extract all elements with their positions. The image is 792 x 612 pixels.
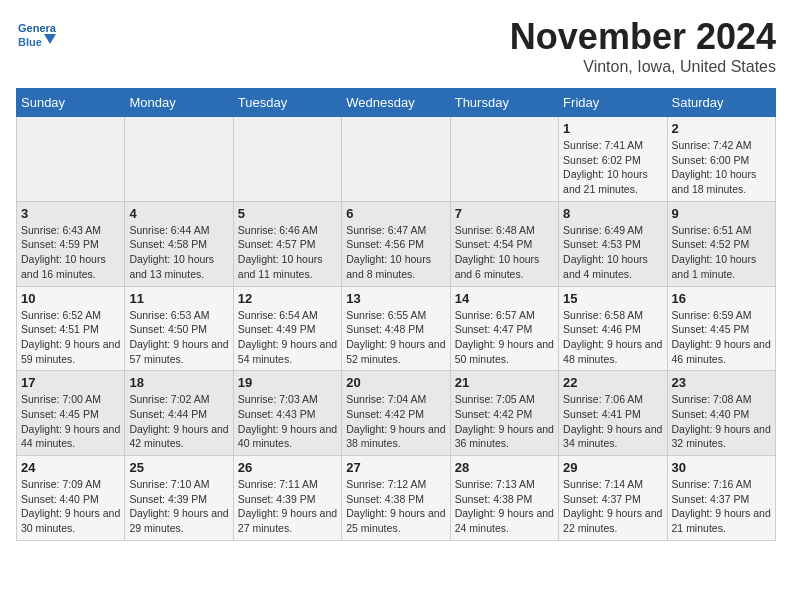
day-info: Sunrise: 6:52 AM Sunset: 4:51 PM Dayligh… (21, 308, 120, 367)
day-number: 6 (346, 206, 445, 221)
day-number: 19 (238, 375, 337, 390)
day-info: Sunrise: 6:44 AM Sunset: 4:58 PM Dayligh… (129, 223, 228, 282)
svg-text:General: General (18, 22, 56, 34)
location-title: Vinton, Iowa, United States (510, 58, 776, 76)
day-number: 22 (563, 375, 662, 390)
day-number: 29 (563, 460, 662, 475)
day-info: Sunrise: 7:14 AM Sunset: 4:37 PM Dayligh… (563, 477, 662, 536)
day-number: 15 (563, 291, 662, 306)
day-number: 21 (455, 375, 554, 390)
day-cell: 9Sunrise: 6:51 AM Sunset: 4:52 PM Daylig… (667, 201, 775, 286)
day-info: Sunrise: 7:03 AM Sunset: 4:43 PM Dayligh… (238, 392, 337, 451)
day-number: 9 (672, 206, 771, 221)
day-header-sunday: Sunday (17, 89, 125, 117)
day-header-thursday: Thursday (450, 89, 558, 117)
day-number: 28 (455, 460, 554, 475)
week-row-2: 3Sunrise: 6:43 AM Sunset: 4:59 PM Daylig… (17, 201, 776, 286)
day-info: Sunrise: 7:11 AM Sunset: 4:39 PM Dayligh… (238, 477, 337, 536)
day-cell: 29Sunrise: 7:14 AM Sunset: 4:37 PM Dayli… (559, 456, 667, 541)
day-cell: 26Sunrise: 7:11 AM Sunset: 4:39 PM Dayli… (233, 456, 341, 541)
day-number: 5 (238, 206, 337, 221)
day-cell: 17Sunrise: 7:00 AM Sunset: 4:45 PM Dayli… (17, 371, 125, 456)
day-number: 23 (672, 375, 771, 390)
day-number: 20 (346, 375, 445, 390)
day-number: 8 (563, 206, 662, 221)
day-cell (450, 117, 558, 202)
day-info: Sunrise: 6:49 AM Sunset: 4:53 PM Dayligh… (563, 223, 662, 282)
day-cell: 15Sunrise: 6:58 AM Sunset: 4:46 PM Dayli… (559, 286, 667, 371)
day-info: Sunrise: 7:04 AM Sunset: 4:42 PM Dayligh… (346, 392, 445, 451)
day-info: Sunrise: 7:12 AM Sunset: 4:38 PM Dayligh… (346, 477, 445, 536)
day-cell (17, 117, 125, 202)
day-info: Sunrise: 6:51 AM Sunset: 4:52 PM Dayligh… (672, 223, 771, 282)
day-cell: 20Sunrise: 7:04 AM Sunset: 4:42 PM Dayli… (342, 371, 450, 456)
day-info: Sunrise: 7:05 AM Sunset: 4:42 PM Dayligh… (455, 392, 554, 451)
logo-icon: General Blue (16, 16, 56, 56)
day-cell: 19Sunrise: 7:03 AM Sunset: 4:43 PM Dayli… (233, 371, 341, 456)
day-header-wednesday: Wednesday (342, 89, 450, 117)
day-info: Sunrise: 6:46 AM Sunset: 4:57 PM Dayligh… (238, 223, 337, 282)
day-cell: 30Sunrise: 7:16 AM Sunset: 4:37 PM Dayli… (667, 456, 775, 541)
day-info: Sunrise: 7:41 AM Sunset: 6:02 PM Dayligh… (563, 138, 662, 197)
week-row-4: 17Sunrise: 7:00 AM Sunset: 4:45 PM Dayli… (17, 371, 776, 456)
day-number: 16 (672, 291, 771, 306)
day-number: 24 (21, 460, 120, 475)
day-number: 14 (455, 291, 554, 306)
day-number: 4 (129, 206, 228, 221)
day-info: Sunrise: 7:10 AM Sunset: 4:39 PM Dayligh… (129, 477, 228, 536)
day-number: 25 (129, 460, 228, 475)
day-number: 1 (563, 121, 662, 136)
week-row-5: 24Sunrise: 7:09 AM Sunset: 4:40 PM Dayli… (17, 456, 776, 541)
day-number: 27 (346, 460, 445, 475)
day-cell: 16Sunrise: 6:59 AM Sunset: 4:45 PM Dayli… (667, 286, 775, 371)
day-cell: 1Sunrise: 7:41 AM Sunset: 6:02 PM Daylig… (559, 117, 667, 202)
day-number: 26 (238, 460, 337, 475)
day-number: 7 (455, 206, 554, 221)
day-cell: 7Sunrise: 6:48 AM Sunset: 4:54 PM Daylig… (450, 201, 558, 286)
day-cell (342, 117, 450, 202)
calendar-table: SundayMondayTuesdayWednesdayThursdayFrid… (16, 88, 776, 541)
day-info: Sunrise: 6:48 AM Sunset: 4:54 PM Dayligh… (455, 223, 554, 282)
day-cell: 6Sunrise: 6:47 AM Sunset: 4:56 PM Daylig… (342, 201, 450, 286)
day-cell: 12Sunrise: 6:54 AM Sunset: 4:49 PM Dayli… (233, 286, 341, 371)
day-cell: 25Sunrise: 7:10 AM Sunset: 4:39 PM Dayli… (125, 456, 233, 541)
day-info: Sunrise: 7:02 AM Sunset: 4:44 PM Dayligh… (129, 392, 228, 451)
logo: General Blue (16, 16, 60, 56)
day-number: 18 (129, 375, 228, 390)
day-info: Sunrise: 6:53 AM Sunset: 4:50 PM Dayligh… (129, 308, 228, 367)
day-header-saturday: Saturday (667, 89, 775, 117)
day-cell: 4Sunrise: 6:44 AM Sunset: 4:58 PM Daylig… (125, 201, 233, 286)
day-info: Sunrise: 6:47 AM Sunset: 4:56 PM Dayligh… (346, 223, 445, 282)
title-area: November 2024 Vinton, Iowa, United State… (510, 16, 776, 76)
day-cell: 28Sunrise: 7:13 AM Sunset: 4:38 PM Dayli… (450, 456, 558, 541)
day-info: Sunrise: 7:06 AM Sunset: 4:41 PM Dayligh… (563, 392, 662, 451)
day-info: Sunrise: 6:43 AM Sunset: 4:59 PM Dayligh… (21, 223, 120, 282)
day-cell: 11Sunrise: 6:53 AM Sunset: 4:50 PM Dayli… (125, 286, 233, 371)
days-header-row: SundayMondayTuesdayWednesdayThursdayFrid… (17, 89, 776, 117)
day-info: Sunrise: 7:13 AM Sunset: 4:38 PM Dayligh… (455, 477, 554, 536)
day-number: 11 (129, 291, 228, 306)
day-cell: 2Sunrise: 7:42 AM Sunset: 6:00 PM Daylig… (667, 117, 775, 202)
day-info: Sunrise: 7:16 AM Sunset: 4:37 PM Dayligh… (672, 477, 771, 536)
month-title: November 2024 (510, 16, 776, 58)
day-cell: 27Sunrise: 7:12 AM Sunset: 4:38 PM Dayli… (342, 456, 450, 541)
week-row-1: 1Sunrise: 7:41 AM Sunset: 6:02 PM Daylig… (17, 117, 776, 202)
week-row-3: 10Sunrise: 6:52 AM Sunset: 4:51 PM Dayli… (17, 286, 776, 371)
day-info: Sunrise: 7:09 AM Sunset: 4:40 PM Dayligh… (21, 477, 120, 536)
day-cell: 18Sunrise: 7:02 AM Sunset: 4:44 PM Dayli… (125, 371, 233, 456)
day-cell: 3Sunrise: 6:43 AM Sunset: 4:59 PM Daylig… (17, 201, 125, 286)
day-cell: 24Sunrise: 7:09 AM Sunset: 4:40 PM Dayli… (17, 456, 125, 541)
day-cell: 21Sunrise: 7:05 AM Sunset: 4:42 PM Dayli… (450, 371, 558, 456)
day-info: Sunrise: 6:54 AM Sunset: 4:49 PM Dayligh… (238, 308, 337, 367)
day-cell: 8Sunrise: 6:49 AM Sunset: 4:53 PM Daylig… (559, 201, 667, 286)
day-cell (125, 117, 233, 202)
day-info: Sunrise: 6:57 AM Sunset: 4:47 PM Dayligh… (455, 308, 554, 367)
day-number: 2 (672, 121, 771, 136)
day-cell: 14Sunrise: 6:57 AM Sunset: 4:47 PM Dayli… (450, 286, 558, 371)
day-info: Sunrise: 6:58 AM Sunset: 4:46 PM Dayligh… (563, 308, 662, 367)
day-cell: 5Sunrise: 6:46 AM Sunset: 4:57 PM Daylig… (233, 201, 341, 286)
day-number: 30 (672, 460, 771, 475)
day-number: 13 (346, 291, 445, 306)
day-number: 12 (238, 291, 337, 306)
day-number: 17 (21, 375, 120, 390)
